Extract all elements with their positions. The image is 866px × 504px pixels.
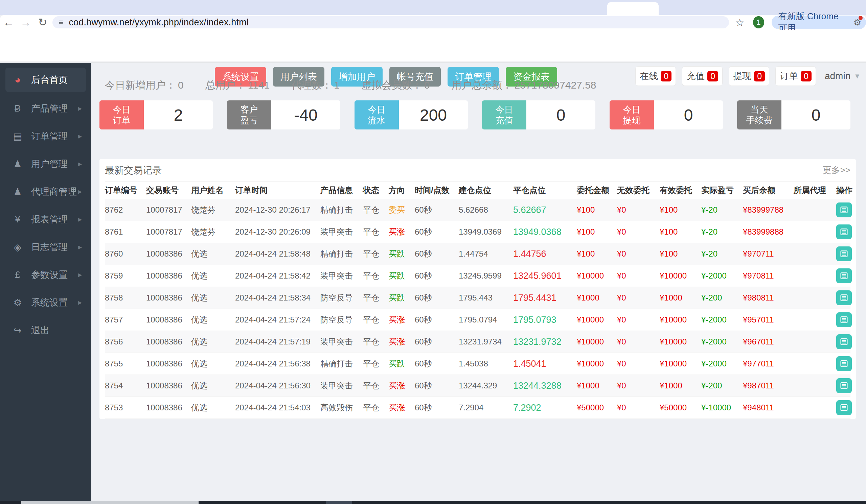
sidebar-item-label: 代理商管理 <box>31 186 77 198</box>
horizontal-scrollbar-thumb[interactable] <box>21 501 199 504</box>
sidebar-item[interactable]: ⚙ 系统设置 ▸ <box>0 289 91 317</box>
sidebar-item[interactable]: ♟ 用户管理 ▸ <box>0 150 91 178</box>
table-column-header: 时间/点数 <box>415 185 459 196</box>
cell-duration: 60秒 <box>415 380 459 391</box>
kpi-card-value: 200 <box>399 100 468 129</box>
sidebar-item[interactable]: Ƀ 产品管理 ▸ <box>0 95 91 122</box>
order-detail-button[interactable] <box>836 378 852 393</box>
address-bar[interactable]: ≡ cod.hwymw.net/yxymk.php/index/index.ht… <box>53 16 729 28</box>
browser-active-tab[interactable] <box>607 2 659 15</box>
kpi-card-label: 今日 订单 <box>99 100 144 129</box>
cell-valid-amount: ¥1000 <box>660 381 701 390</box>
order-detail-button[interactable] <box>836 225 852 239</box>
table-column-header: 方向 <box>389 185 415 196</box>
cell-order-amount: ¥10000 <box>577 359 617 368</box>
detail-list-icon <box>839 381 849 390</box>
cell-account: 10007817 <box>146 227 191 237</box>
sidebar-item[interactable]: ↪ 退出 ▸ <box>0 317 91 344</box>
cell-username: 优选 <box>191 293 235 303</box>
table-column-header: 用户姓名 <box>191 185 235 196</box>
cell-username: 优选 <box>191 271 235 281</box>
table-column-header: 有效委托 <box>660 185 701 196</box>
order-detail-button[interactable] <box>836 247 852 261</box>
bookmark-star-icon[interactable]: ☆ <box>735 16 744 28</box>
bottom-taskbar-strip <box>0 501 866 504</box>
detail-list-icon <box>839 359 849 368</box>
table-row: 8753 10008386 优选 2024-04-24 21:54:03 高效毁… <box>105 397 851 419</box>
order-detail-button[interactable] <box>836 334 852 349</box>
kpi-card-label: 今日 提现 <box>610 100 654 129</box>
cell-order-amount: ¥100 <box>577 205 617 215</box>
sidebar-item[interactable]: ◕ 后台首页 ▸ <box>5 68 86 92</box>
back-icon[interactable]: ← <box>0 16 17 29</box>
cell-duration: 60秒 <box>415 336 459 347</box>
sidebar-item-label: 产品管理 <box>31 102 68 115</box>
sidebar: ◕ 后台首页 ▸ Ƀ 产品管理 ▸ ▤ 订单管理 ▸ ♟ 用户管理 ▸ ♟ 代理… <box>0 63 91 501</box>
cell-balance-after: ¥948011 <box>743 403 793 412</box>
cell-status: 平仓 <box>363 380 389 391</box>
sidebar-item[interactable]: ♟ 代理商管理 ▸ <box>0 178 91 206</box>
order-detail-button[interactable] <box>836 356 852 371</box>
summary-stat-label: 代理数： <box>291 79 332 91</box>
forward-icon[interactable]: → <box>17 16 34 29</box>
cell-order-id: 8758 <box>105 293 146 302</box>
cell-duration: 60秒 <box>415 271 459 281</box>
bitcoin-icon: Ƀ <box>11 103 24 114</box>
table-column-header: 交易账号 <box>146 185 191 196</box>
site-settings-icon[interactable]: ≡ <box>58 18 63 27</box>
taskbar-segment <box>326 501 352 504</box>
table-column-header: 委托金额 <box>577 185 617 196</box>
cell-order-time: 2024-04-24 21:57:24 <box>235 315 320 324</box>
sidebar-item[interactable]: £ 参数设置 ▸ <box>0 261 91 289</box>
chrome-update-button[interactable]: 有新版 Chrome 可用 ⚙ <box>771 15 866 29</box>
cell-invalid-amount: ¥0 <box>617 315 660 324</box>
cell-status: 平仓 <box>363 249 389 259</box>
summary-stat-label: 总用户： <box>206 79 246 91</box>
summary-stat-value: 0 <box>424 79 430 91</box>
cell-order-id: 8760 <box>105 249 146 259</box>
detail-list-icon <box>839 271 849 280</box>
chevron-right-icon: ▸ <box>78 243 82 252</box>
order-detail-button[interactable] <box>836 290 852 305</box>
cell-duration: 60秒 <box>415 227 459 237</box>
cell-direction: 买跌 <box>389 293 415 303</box>
more-link[interactable]: 更多>> <box>823 164 851 176</box>
cell-close-price: 13245.9601 <box>513 271 577 281</box>
cell-order-id: 8756 <box>105 337 146 346</box>
cell-invalid-amount: ¥0 <box>617 227 660 237</box>
cell-order-amount: ¥1000 <box>577 293 617 302</box>
cell-order-amount: ¥50000 <box>577 403 617 412</box>
table-column-header: 订单时间 <box>235 185 320 196</box>
sidebar-item[interactable]: ▤ 订单管理 ▸ <box>0 122 91 150</box>
cell-valid-amount: ¥10000 <box>660 271 701 280</box>
order-detail-button[interactable] <box>836 203 852 217</box>
kpi-card-value: 2 <box>144 100 213 129</box>
chevron-right-icon: ▸ <box>78 298 82 307</box>
table-row: 8762 10007817 饶楚芬 2024-12-30 20:26:17 精确… <box>105 199 851 221</box>
cell-actual-profit: ¥-2000 <box>701 337 743 346</box>
sidebar-item[interactable]: ◈ 日志管理 ▸ <box>0 233 91 261</box>
kpi-card: 客户 盈亏 -40 <box>227 100 340 129</box>
cell-account: 10008386 <box>146 381 191 390</box>
order-detail-button[interactable] <box>836 312 852 327</box>
reload-icon[interactable]: ↻ <box>34 16 51 29</box>
cell-balance-after: ¥83999888 <box>743 227 793 237</box>
cell-valid-amount: ¥100 <box>660 227 701 237</box>
cell-actual-profit: ¥-10000 <box>701 403 743 412</box>
cell-product: 装甲突击 <box>320 380 363 391</box>
cell-actual-profit: ¥-20 <box>701 205 743 215</box>
sidebar-item[interactable]: ¥ 报表管理 ▸ <box>0 206 91 233</box>
summary-stat: 虚拟会员数：0 <box>361 78 430 92</box>
cell-status: 平仓 <box>363 293 389 303</box>
cell-valid-amount: ¥50000 <box>660 403 701 412</box>
cell-open-price: 5.62668 <box>459 205 513 215</box>
update-gear-icon: ⚙ <box>854 17 861 28</box>
cell-product: 精确打击 <box>320 249 363 259</box>
cell-product: 高效毁伤 <box>320 402 363 413</box>
order-detail-button[interactable] <box>836 268 852 283</box>
profile-avatar[interactable]: 1 <box>753 16 764 28</box>
kpi-card-value: 0 <box>526 100 595 129</box>
order-detail-button[interactable] <box>836 400 852 415</box>
chevron-right-icon: ▸ <box>78 160 82 168</box>
cell-direction: 买涨 <box>389 227 415 237</box>
